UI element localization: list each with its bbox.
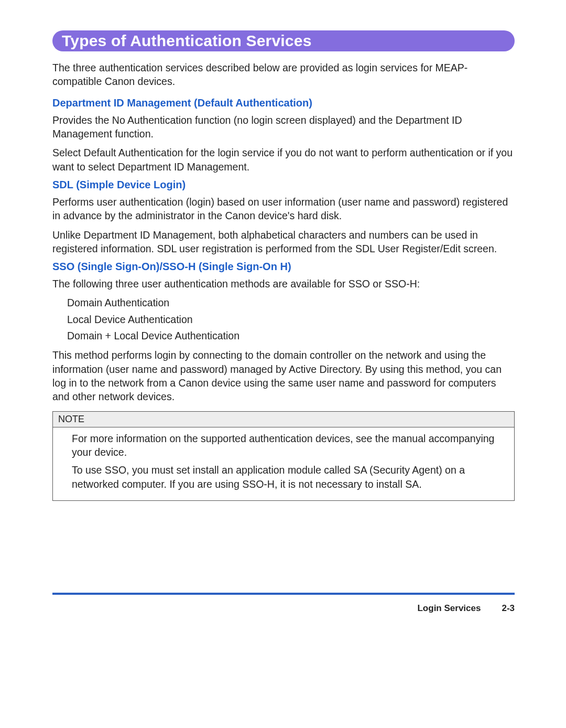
footer-rule	[52, 593, 515, 595]
paragraph: Provides the No Authentication function …	[52, 113, 515, 141]
paragraph: Select Default Authentication for the lo…	[52, 146, 515, 174]
paragraph: This method performs login by connecting…	[52, 348, 515, 403]
footer-page-number: 2-3	[502, 603, 515, 614]
footer-section-title: Login Services	[417, 603, 481, 614]
page-footer: Login Services 2-3	[52, 603, 515, 614]
note-item: To use SSO, you must set install an appl…	[57, 463, 510, 491]
list-item: Local Device Authentication	[52, 313, 515, 327]
note-body: For more information on the supported au…	[53, 427, 514, 500]
paragraph: Performs user authentication (login) bas…	[52, 195, 515, 223]
page-title: Types of Authentication Services	[62, 32, 312, 50]
note-box: NOTE For more information on the support…	[52, 411, 515, 501]
note-item: For more information on the supported au…	[57, 432, 510, 459]
list-item: Domain + Local Device Authentication	[52, 329, 515, 343]
list-item: Domain Authentication	[52, 296, 515, 310]
page-title-band: Types of Authentication Services	[52, 30, 515, 51]
document-page: Types of Authentication Services The thr…	[0, 0, 566, 728]
paragraph: Unlike Department ID Management, both al…	[52, 228, 515, 256]
paragraph: The following three user authentication …	[52, 277, 515, 291]
section-heading-sdl: SDL (Simple Device Login)	[52, 179, 515, 191]
section-heading-sso: SSO (Single Sign-On)/SSO-H (Single Sign-…	[52, 261, 515, 273]
note-label: NOTE	[53, 412, 514, 427]
intro-paragraph: The three authentication services descri…	[52, 61, 515, 89]
section-heading-dept-id: Department ID Management (Default Authen…	[52, 97, 515, 109]
sso-method-list: Domain Authentication Local Device Authe…	[52, 296, 515, 343]
